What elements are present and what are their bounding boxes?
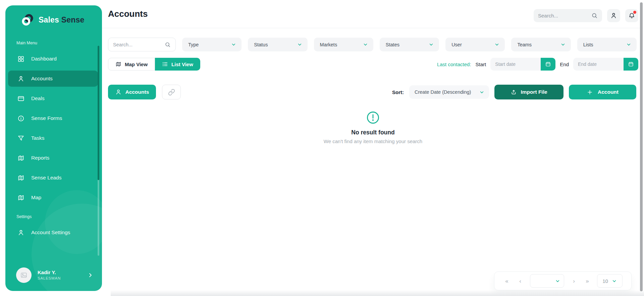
sidebar-item-account-settings[interactable]: Account Settings — [8, 224, 98, 241]
filter-status-dropdown[interactable]: Status — [248, 38, 307, 51]
calendar-icon — [628, 61, 634, 67]
brand-name-light: Sense — [61, 15, 85, 24]
brand-name-bold: Sales — [39, 15, 59, 24]
filter-states-dropdown[interactable]: States — [380, 38, 439, 51]
chevron-down-icon — [560, 42, 566, 47]
page-scrollbar[interactable] — [640, 2, 643, 291]
funnel-icon — [17, 135, 24, 142]
sidebar-item-tasks[interactable]: Tasks — [8, 130, 98, 146]
search-icon — [591, 12, 598, 19]
dropdown-label: Teams — [517, 42, 532, 47]
brand-name: Sales Sense — [39, 15, 84, 25]
end-label: End — [560, 61, 569, 67]
empty-state: No result found We can't find any item m… — [102, 111, 644, 144]
filter-type-dropdown[interactable]: Type — [182, 38, 241, 51]
link-icon — [168, 89, 175, 96]
sidebar-item-dashboard[interactable]: Dashboard — [8, 51, 98, 67]
view-toggle: Map View List View — [108, 58, 200, 71]
start-date-group — [490, 58, 555, 71]
sort-dropdown[interactable]: Create Date (Descending) — [409, 85, 489, 99]
sidebar-item-label: Dashboard — [31, 56, 57, 62]
sidebar-item-accounts[interactable]: Accounts — [8, 71, 98, 87]
user-profile[interactable]: Kadir Y. SALESMAN — [16, 267, 93, 283]
card-icon — [17, 95, 24, 102]
sidebar-item-label: Sense Forms — [31, 115, 62, 121]
sidebar-item-map[interactable]: Map — [8, 189, 98, 206]
sidebar: Sales Sense Main Menu Dashboard Accounts… — [5, 5, 102, 291]
global-search-input[interactable] — [538, 13, 591, 18]
add-account-button[interactable]: Account — [569, 85, 636, 99]
chevron-down-icon — [231, 42, 236, 47]
end-date-calendar-button[interactable] — [624, 58, 638, 71]
info-circle-icon — [17, 115, 24, 122]
list-actions: Sort: Create Date (Descending) Import Fi… — [392, 85, 636, 99]
filter-search-input[interactable] — [113, 42, 165, 47]
filter-teams-dropdown[interactable]: Teams — [511, 38, 571, 51]
user-role: SALESMAN — [38, 276, 61, 281]
start-date-input[interactable] — [490, 58, 541, 71]
sidebar-item-label: Map — [31, 195, 41, 201]
map-icon — [17, 194, 24, 201]
sidebar-item-label: Sense Leads — [31, 175, 62, 181]
map-icon — [115, 61, 121, 67]
user-info: Kadir Y. SALESMAN — [38, 269, 61, 281]
plus-icon — [587, 89, 593, 95]
sidebar-item-sense-leads[interactable]: Sense Leads — [8, 170, 98, 186]
import-file-button[interactable]: Import File — [494, 85, 564, 99]
sidebar-item-deals[interactable]: Deals — [8, 90, 98, 107]
notifications-button[interactable] — [625, 9, 638, 22]
start-date-calendar-button[interactable] — [541, 58, 555, 71]
sort-label: Sort: — [392, 89, 404, 95]
filter-markets-dropdown[interactable]: Markets — [314, 38, 373, 51]
import-file-label: Import File — [521, 89, 547, 95]
pagination-page-select[interactable] — [530, 274, 564, 288]
sidebar-item-label: Deals — [31, 95, 45, 101]
dropdown-label: Status — [254, 42, 268, 47]
avatar — [16, 267, 32, 283]
accounts-button[interactable]: Accounts — [108, 85, 156, 99]
dropdown-label: States — [386, 42, 399, 47]
pagination-first-button[interactable]: « — [503, 278, 511, 284]
user-icon — [610, 12, 617, 19]
map-view-button[interactable]: Map View — [108, 58, 155, 71]
chevron-down-icon — [479, 89, 485, 95]
image-placeholder-icon — [20, 271, 28, 279]
map-view-label: Map View — [125, 61, 148, 67]
link-button[interactable] — [162, 85, 181, 99]
calendar-icon — [545, 61, 551, 67]
pagination-last-button[interactable]: » — [584, 278, 591, 284]
sidebar-item-sense-forms[interactable]: Sense Forms — [8, 110, 98, 126]
end-date-input[interactable] — [573, 58, 624, 71]
page-size-select[interactable]: 10 — [597, 274, 623, 288]
sidebar-item-reports[interactable]: Reports — [8, 150, 98, 166]
chevron-down-icon — [611, 278, 617, 284]
pagination-prev-button[interactable]: ‹ — [517, 278, 524, 284]
map-icon — [17, 174, 24, 181]
filter-user-dropdown[interactable]: User — [445, 38, 505, 51]
entity-actions: Accounts — [108, 85, 181, 99]
list-view-button[interactable]: List View — [155, 58, 200, 71]
sidebar-item-label: Reports — [31, 155, 49, 161]
user-name: Kadir Y. — [38, 269, 61, 276]
person-icon — [17, 229, 24, 236]
filter-lists-dropdown[interactable]: Lists — [577, 38, 637, 51]
empty-state-subtitle: We can't find any item matching your sea… — [102, 138, 644, 144]
brand-logo-icon — [20, 12, 35, 27]
main-menu-label: Main Menu — [16, 41, 102, 45]
filter-row: Type Status Markets States User Teams Li… — [108, 38, 637, 51]
main-menu: Main Menu Dashboard Accounts Deals Sense… — [5, 41, 102, 244]
sort-value: Create Date (Descending) — [415, 89, 471, 95]
sidebar-scrollbar-thumb[interactable] — [98, 46, 99, 180]
chevron-right-icon[interactable] — [87, 272, 93, 278]
last-contacted-filter: Last contacted: Start End — [437, 58, 638, 71]
content-bottom-shadow — [111, 290, 644, 296]
sidebar-scrollbar[interactable] — [98, 46, 99, 256]
sidebar-item-label: Accounts — [31, 76, 53, 82]
user-account-button[interactable] — [607, 9, 620, 22]
map-icon — [17, 155, 24, 162]
sidebar-item-label: Account Settings — [31, 229, 70, 236]
last-contacted-label: Last contacted: — [437, 61, 471, 67]
pagination-next-button[interactable]: › — [570, 278, 578, 284]
brand-logo[interactable]: Sales Sense — [20, 12, 102, 27]
dropdown-label: Type — [188, 42, 199, 47]
